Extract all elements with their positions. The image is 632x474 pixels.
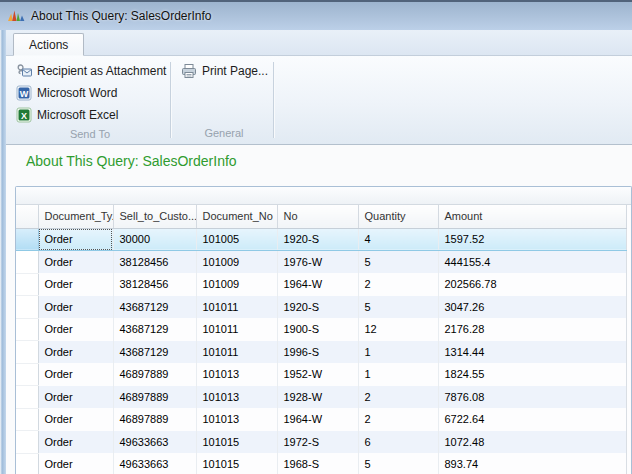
row-selector[interactable] — [16, 251, 38, 274]
cell[interactable]: 6722.64 — [438, 408, 626, 431]
cell[interactable]: 38128456 — [113, 273, 196, 296]
table-row[interactable]: Order468978891010131964-W26722.64 — [16, 408, 626, 431]
cell[interactable]: Order — [38, 228, 113, 251]
recipient-as-attachment-button[interactable]: Recipient as Attachment — [14, 60, 166, 82]
cell[interactable]: 1824.55 — [438, 363, 626, 386]
cell[interactable]: 1072.48 — [438, 431, 626, 454]
cell[interactable]: 5 — [358, 251, 438, 274]
row-selector[interactable] — [16, 228, 38, 251]
cell[interactable]: 101011 — [196, 296, 277, 319]
cell[interactable]: 1928-W — [277, 386, 358, 409]
cell[interactable]: 101009 — [196, 273, 277, 296]
cell[interactable]: 1920-S — [277, 228, 358, 251]
cell[interactable]: 4 — [358, 228, 438, 251]
cell[interactable]: 49633663 — [113, 453, 196, 474]
column-header[interactable]: Sell_to_Custo... — [113, 205, 196, 228]
cell[interactable]: 101015 — [196, 453, 277, 474]
row-selector[interactable] — [16, 318, 38, 341]
cell[interactable]: 46897889 — [113, 363, 196, 386]
table-row[interactable]: Order496336631010151972-S61072.48 — [16, 431, 626, 454]
select-all-header[interactable] — [16, 205, 38, 228]
microsoft-excel-button[interactable]: X Microsoft Excel — [14, 104, 166, 126]
column-header[interactable]: Document_Ty... — [38, 205, 113, 228]
cell[interactable]: 43687129 — [113, 296, 196, 319]
cell[interactable]: 1952-W — [277, 363, 358, 386]
cell[interactable]: 12 — [358, 318, 438, 341]
cell[interactable]: 1976-W — [277, 251, 358, 274]
cell[interactable]: Order — [38, 296, 113, 319]
cell[interactable]: 43687129 — [113, 318, 196, 341]
cell[interactable]: Order — [38, 318, 113, 341]
row-selector[interactable] — [16, 408, 38, 431]
cell[interactable]: Order — [38, 408, 113, 431]
titlebar[interactable]: About This Query: SalesOrderInfo — [0, 2, 632, 30]
microsoft-word-button[interactable]: W Microsoft Word — [14, 82, 166, 104]
table-row[interactable]: Order381284561010091964-W2202566.78 — [16, 273, 626, 296]
cell[interactable]: 5 — [358, 296, 438, 319]
cell[interactable]: 101005 — [196, 228, 277, 251]
cell[interactable]: 38128456 — [113, 251, 196, 274]
cell[interactable]: 1314.44 — [438, 341, 626, 364]
cell[interactable]: 1920-S — [277, 296, 358, 319]
table-row[interactable]: Order436871291010111996-S11314.44 — [16, 341, 626, 364]
print-page-button[interactable]: Print Page... — [179, 60, 269, 82]
cell[interactable]: 1964-W — [277, 273, 358, 296]
cell[interactable]: 202566.78 — [438, 273, 626, 296]
row-selector[interactable] — [16, 273, 38, 296]
table-row[interactable]: Order496336631010151968-S5893.74 — [16, 453, 626, 474]
cell[interactable]: 30000 — [113, 228, 196, 251]
cell[interactable]: 2 — [358, 273, 438, 296]
cell[interactable]: 893.74 — [438, 453, 626, 474]
row-selector[interactable] — [16, 386, 38, 409]
table-row[interactable]: Order468978891010131928-W27876.08 — [16, 386, 626, 409]
cell[interactable]: 1900-S — [277, 318, 358, 341]
tab-actions[interactable]: Actions — [13, 33, 84, 56]
cell[interactable]: 3047.26 — [438, 296, 626, 319]
table-row[interactable]: Order436871291010111900-S122176.28 — [16, 318, 626, 341]
cell[interactable]: 1996-S — [277, 341, 358, 364]
cell[interactable]: 101013 — [196, 386, 277, 409]
cell[interactable]: 101011 — [196, 318, 277, 341]
cell[interactable]: 101015 — [196, 431, 277, 454]
cell[interactable]: 101011 — [196, 341, 277, 364]
cell[interactable]: 2 — [358, 386, 438, 409]
cell[interactable]: 43687129 — [113, 341, 196, 364]
cell[interactable]: 5 — [358, 453, 438, 474]
row-selector[interactable] — [16, 296, 38, 319]
cell[interactable]: 46897889 — [113, 408, 196, 431]
column-header[interactable]: Amount — [438, 205, 626, 228]
column-header[interactable]: Document_No — [196, 205, 277, 228]
cell[interactable]: 1597.52 — [438, 228, 626, 251]
cell[interactable]: Order — [38, 341, 113, 364]
cell[interactable]: 444155.4 — [438, 251, 626, 274]
cell[interactable]: 101009 — [196, 251, 277, 274]
row-selector[interactable] — [16, 341, 38, 364]
cell[interactable]: Order — [38, 273, 113, 296]
column-header[interactable]: Quantity — [358, 205, 438, 228]
table-row[interactable]: Order381284561010091976-W5444155.4 — [16, 251, 626, 274]
cell[interactable]: 1972-S — [277, 431, 358, 454]
column-header[interactable]: No — [277, 205, 358, 228]
cell[interactable]: 1 — [358, 341, 438, 364]
cell[interactable]: 1 — [358, 363, 438, 386]
cell[interactable]: 2176.28 — [438, 318, 626, 341]
cell[interactable]: 6 — [358, 431, 438, 454]
cell[interactable]: 1964-W — [277, 408, 358, 431]
table-row[interactable]: Order468978891010131952-W11824.55 — [16, 363, 626, 386]
cell[interactable]: 7876.08 — [438, 386, 626, 409]
cell[interactable]: Order — [38, 386, 113, 409]
cell[interactable]: 46897889 — [113, 386, 196, 409]
cell[interactable]: 101013 — [196, 363, 277, 386]
cell[interactable]: 2 — [358, 408, 438, 431]
row-selector[interactable] — [16, 363, 38, 386]
cell[interactable]: 101013 — [196, 408, 277, 431]
cell[interactable]: Order — [38, 453, 113, 474]
row-selector[interactable] — [16, 431, 38, 454]
cell[interactable]: Order — [38, 251, 113, 274]
cell[interactable]: 49633663 — [113, 431, 196, 454]
table-row[interactable]: Order300001010051920-S41597.52 — [16, 228, 626, 251]
cell[interactable]: 1968-S — [277, 453, 358, 474]
cell[interactable]: Order — [38, 431, 113, 454]
row-selector[interactable] — [16, 453, 38, 474]
cell[interactable]: Order — [38, 363, 113, 386]
